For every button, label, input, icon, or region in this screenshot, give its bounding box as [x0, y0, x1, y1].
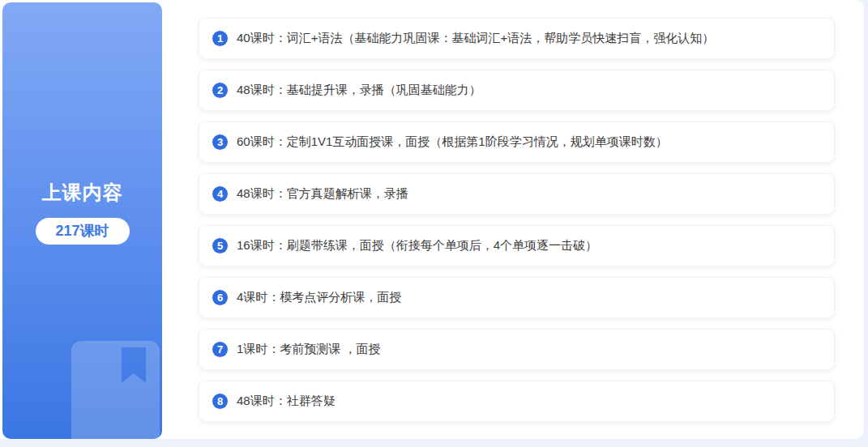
item-text: 4课时：模考点评分析课，面授	[237, 290, 401, 305]
list-item: 8 48课时：社群答疑	[199, 381, 835, 422]
item-number-badge: 8	[212, 394, 228, 409]
item-text: 48课时：社群答疑	[237, 394, 336, 409]
item-number-badge: 4	[212, 186, 228, 202]
section-title: 上课内容	[2, 180, 162, 206]
list-item: 3 60课时：定制1V1互动面授课，面授（根据第1阶段学习情况，规划单项课时数）	[199, 121, 835, 163]
item-text: 48课时：基础提升课，录播（巩固基础能力）	[237, 83, 481, 98]
sidebar-panel: 上课内容 217课时	[2, 2, 162, 439]
total-hours-badge: 217课时	[36, 218, 130, 245]
course-item-list: 1 40课时：词汇+语法（基础能力巩固课：基础词汇+语法，帮助学员快速扫盲，强化…	[199, 18, 835, 432]
list-item: 7 1课时：考前预测课 ，面授	[199, 329, 835, 370]
content-card: 上课内容 217课时 1 40课时：词汇+语法（基础能力巩固课：基础词汇+语法，…	[0, 0, 864, 439]
list-item: 4 48课时：官方真题解析课，录播	[199, 173, 835, 215]
item-number-badge: 7	[212, 342, 228, 357]
item-number-badge: 2	[212, 83, 228, 98]
list-item: 6 4课时：模考点评分析课，面授	[199, 277, 835, 318]
item-text: 48课时：官方真题解析课，录播	[237, 186, 408, 202]
item-number-badge: 3	[212, 134, 228, 150]
book-bookmark-icon	[71, 341, 160, 439]
item-text: 60课时：定制1V1互动面授课，面授（根据第1阶段学习情况，规划单项课时数）	[237, 134, 668, 150]
item-number-badge: 5	[212, 238, 228, 253]
item-number-badge: 6	[212, 290, 228, 305]
item-text: 1课时：考前预测课 ，面授	[237, 342, 381, 357]
list-item: 1 40课时：词汇+语法（基础能力巩固课：基础词汇+语法，帮助学员快速扫盲，强化…	[199, 18, 835, 59]
list-item: 5 16课时：刷题带练课，面授（衔接每个单项后，4个单项逐一击破）	[199, 225, 835, 266]
item-number-badge: 1	[212, 31, 228, 46]
item-text: 40课时：词汇+语法（基础能力巩固课：基础词汇+语法，帮助学员快速扫盲，强化认知…	[237, 31, 714, 46]
item-text: 16课时：刷题带练课，面授（衔接每个单项后，4个单项逐一击破）	[237, 238, 597, 253]
list-item: 2 48课时：基础提升课，录播（巩固基础能力）	[199, 70, 835, 111]
